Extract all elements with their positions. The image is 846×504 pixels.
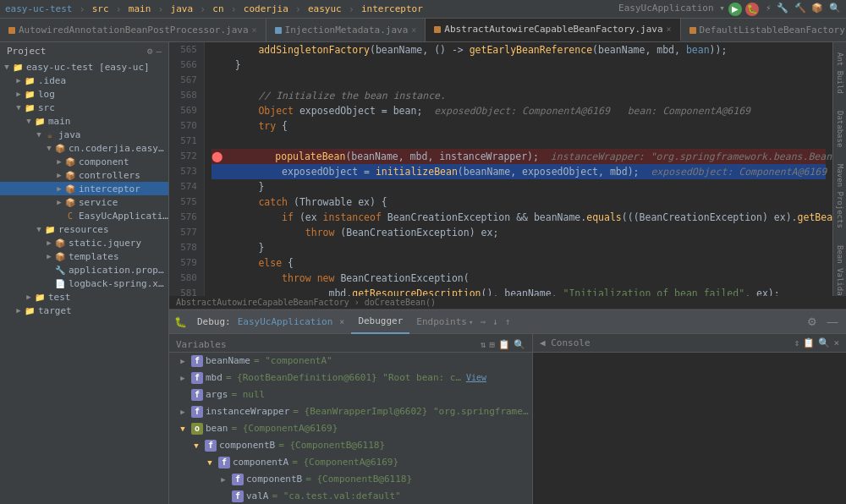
var-componentB-2[interactable]: ▶ f componentB = {ComponentB@6118} xyxy=(169,471,532,488)
debug-tabbar: 🐛 Debug: EasyUcApplication × Debugger En… xyxy=(169,310,846,334)
tree-main[interactable]: ▼ 📁 main xyxy=(0,114,168,128)
endpoints-arrow: ▾ xyxy=(469,318,473,326)
debug-app-label[interactable]: EasyUcApplication xyxy=(238,316,333,327)
field-icon: f xyxy=(191,372,203,384)
main-breadcrumb[interactable]: main xyxy=(129,3,151,14)
console-panel[interactable] xyxy=(533,353,846,504)
tree-java[interactable]: ▼ ☕ java xyxy=(0,128,168,141)
java-file-icon xyxy=(689,27,696,34)
coderjia-breadcrumb[interactable]: coderjia xyxy=(244,3,288,14)
tree-log[interactable]: ▶ 📁 log xyxy=(0,87,168,101)
console-container: ◀ Console ⇕ 📋 🔍 × xyxy=(533,334,846,504)
code-content[interactable]: addSingletonFactory(beanName, () -> getE… xyxy=(205,42,832,296)
endpoints-tab[interactable]: Endpoints ▾ xyxy=(416,316,473,327)
easyuc-breadcrumb[interactable]: easyuc xyxy=(308,3,342,14)
database-tab[interactable]: Database xyxy=(834,104,846,154)
tree-templates[interactable]: ▶ 📦 templates xyxy=(0,249,168,263)
code-panel[interactable]: 565 566 567 568 569 570 571 572 573 574 … xyxy=(169,42,832,296)
xml-file-icon: 📄 xyxy=(54,277,66,289)
console-scroll-icon[interactable]: ⇕ xyxy=(794,337,800,348)
tab-default-listable[interactable]: DefaultListableBeanFactory.java × xyxy=(681,19,846,41)
folder-icon: 📁 xyxy=(24,74,36,86)
sidebar-collapse-icon[interactable]: — xyxy=(156,46,162,57)
debugger-tab[interactable]: Debugger xyxy=(351,310,409,334)
tree-idea[interactable]: ▶ 📁 .idea xyxy=(0,74,168,87)
var-bean[interactable]: ▼ o bean = {ComponentA@6169} xyxy=(169,420,532,437)
step-into-icon[interactable]: ↓ xyxy=(492,316,498,327)
tab-autowired[interactable]: AutowiredAnnotationBeanPostProcessor.jav… xyxy=(0,19,266,41)
view-link[interactable]: View xyxy=(466,371,486,385)
run-button[interactable]: ▶ xyxy=(728,3,742,16)
close-icon[interactable]: × xyxy=(252,25,257,35)
var-componentA[interactable]: ▼ f componentA = {ComponentA@6169} xyxy=(169,454,532,471)
minimize-icon[interactable]: — xyxy=(824,314,841,331)
tree-root[interactable]: ▼ 📁 easy-uc-test [easy-uc] xyxy=(0,60,168,74)
bean-validation-tab[interactable]: Bean Validation xyxy=(834,238,846,296)
tree-target[interactable]: ▶ 📁 target xyxy=(0,304,168,317)
sort-icon[interactable]: ⇅ xyxy=(481,339,486,350)
tree-static[interactable]: ▶ 📦 static.jquery xyxy=(0,236,168,249)
expand-icon[interactable]: ⊞ xyxy=(489,339,495,350)
tree-service[interactable]: ▶ 📦 service xyxy=(0,195,168,209)
tree-src[interactable]: ▼ 📁 src xyxy=(0,101,168,114)
tree-app-class[interactable]: C EasyUcApplication xyxy=(0,209,168,222)
debug-close-icon[interactable]: × xyxy=(339,317,344,326)
field-icon: f xyxy=(191,406,203,418)
field-icon: f xyxy=(232,474,244,485)
tree-logback[interactable]: 📄 logback-spring.xml xyxy=(0,277,168,290)
java-breadcrumb[interactable]: java xyxy=(171,3,194,14)
close-icon[interactable]: × xyxy=(667,25,672,34)
copy-icon[interactable]: 📋 xyxy=(498,339,510,350)
debug-icon: 🐛 xyxy=(174,316,187,328)
tree-package-root-label: cn.coderjia.easyuc xyxy=(69,143,168,154)
var-mbd[interactable]: ▶ f mbd = {RootBeanDefinition@6601} "Roo… xyxy=(169,370,532,386)
tree-component[interactable]: ▶ 📦 component xyxy=(0,155,168,168)
toolbar-right: EasyUcApplication ▾ ▶ 🐛 ⚡ 🔧 🔨 📦 🔍 xyxy=(618,3,841,16)
var-beanName[interactable]: ▶ f beanName = "componentA" xyxy=(169,353,532,370)
sidebar-settings-icon[interactable]: ⚙ xyxy=(147,46,153,57)
package-icon: 📦 xyxy=(54,237,66,249)
tree-interceptor[interactable]: ▶ 📦 interceptor xyxy=(0,182,168,195)
step-out-icon[interactable]: ↑ xyxy=(505,316,511,327)
sidebar-title: Project xyxy=(7,46,46,57)
code-line: } xyxy=(212,179,826,194)
settings-icon[interactable]: ⚙ xyxy=(804,314,821,331)
tab-abstract-autowire[interactable]: AbstractAutowireCapableBeanFactory.java … xyxy=(426,19,680,41)
package-icon: 📦 xyxy=(54,250,66,262)
field-icon: f xyxy=(191,389,203,401)
console-close-icon[interactable]: × xyxy=(833,337,839,348)
src-breadcrumb[interactable]: src xyxy=(92,3,109,14)
code-line xyxy=(212,73,826,88)
cn-breadcrumb[interactable]: cn xyxy=(212,3,223,14)
step-over-icon[interactable]: ⇒ xyxy=(480,316,486,327)
code-line: } xyxy=(212,240,826,255)
package-icon: 📦 xyxy=(54,142,66,154)
console-copy-icon[interactable]: 📋 xyxy=(803,337,815,348)
art-build-tab[interactable]: Ant Build xyxy=(834,46,846,101)
tree-controllers[interactable]: ▶ 📦 controllers xyxy=(0,168,168,182)
properties-file-icon: 🔧 xyxy=(54,264,66,276)
console-header: ◀ Console ⇕ 📋 🔍 × xyxy=(533,334,846,353)
var-valA-1[interactable]: f valA = "ca.test.val:default" xyxy=(169,488,532,504)
close-icon[interactable]: × xyxy=(411,25,416,35)
maven-tab[interactable]: Maven Projects xyxy=(834,157,846,235)
var-componentB-1[interactable]: ▼ f componentB = {ComponentB@6118} xyxy=(169,437,532,454)
tree-test[interactable]: ▶ 📁 test xyxy=(0,290,168,304)
var-instanceWrapper[interactable]: ▶ f instanceWrapper = {BeanWrapperImpl@6… xyxy=(169,403,532,420)
var-args[interactable]: f args = null xyxy=(169,386,532,403)
code-line: addSingletonFactory(beanName, () -> getE… xyxy=(212,42,826,58)
field-icon: f xyxy=(205,440,217,452)
tree-package-root[interactable]: ▼ 📦 cn.coderjia.easyuc xyxy=(0,141,168,155)
debug-button[interactable]: 🐛 xyxy=(745,3,759,16)
tree-static-label: static.jquery xyxy=(69,238,141,249)
console-filter-icon[interactable]: 🔍 xyxy=(818,337,830,348)
console-label: ◀ Console xyxy=(540,337,591,348)
interceptor-breadcrumb[interactable]: interceptor xyxy=(361,3,423,14)
folder-icon: 📁 xyxy=(44,223,56,235)
app-run-config[interactable]: EasyUcApplication ▾ xyxy=(618,3,725,16)
tree-app-props[interactable]: 🔧 application.properties xyxy=(0,263,168,277)
top-bar: easy-uc-test › src › main › java › cn › … xyxy=(0,0,846,19)
tab-injection[interactable]: InjectionMetadata.java × xyxy=(266,19,426,41)
filter-icon[interactable]: 🔍 xyxy=(514,339,525,350)
tree-resources[interactable]: ▼ 📁 resources xyxy=(0,222,168,236)
